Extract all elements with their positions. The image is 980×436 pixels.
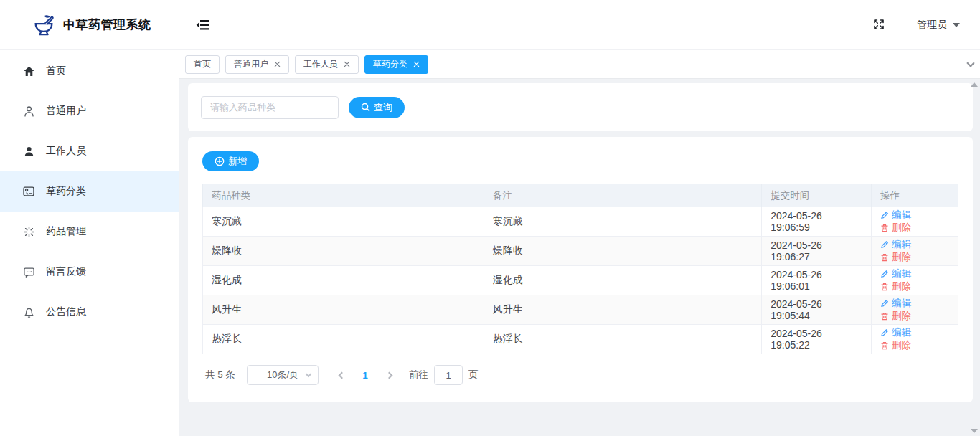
- next-page-button[interactable]: [379, 365, 399, 385]
- sparkle-icon: [22, 224, 36, 239]
- sidebar-item-feedback[interactable]: 留言反馈: [0, 252, 179, 292]
- cell-note: 寒沉藏: [484, 207, 762, 237]
- app-logo: 中草药管理系统: [0, 0, 179, 50]
- sidebar-item-label: 普通用户: [46, 105, 86, 118]
- page-number[interactable]: 1: [354, 370, 376, 381]
- app-title: 中草药管理系统: [63, 16, 151, 33]
- table-row: 湿化成 湿化成 2024-05-26 19:06:01 编辑 删除: [203, 266, 958, 295]
- herb-category-table: 药品种类 备注 提交时间 操作 寒沉藏 寒沉藏 2024-05-26 19:06…: [202, 184, 958, 354]
- sidebar-item-herb-category[interactable]: 草药分类: [0, 171, 179, 212]
- cell-actions: 编辑 删除: [871, 266, 958, 295]
- delete-button[interactable]: 删除: [880, 310, 911, 323]
- trash-icon: [880, 253, 889, 262]
- delete-button[interactable]: 删除: [880, 280, 911, 293]
- table-row: 寒沉藏 寒沉藏 2024-05-26 19:06:59 编辑 删除: [203, 207, 958, 237]
- top-header: 管理员: [179, 0, 980, 50]
- bell-icon: [22, 305, 36, 319]
- sidebar-item-home[interactable]: 首页: [0, 51, 179, 91]
- tab-herb-category[interactable]: 草药分类: [364, 55, 428, 74]
- cell-time: 2024-05-26 19:05:44: [762, 295, 872, 325]
- cell-time: 2024-05-26 19:06:59: [762, 207, 872, 237]
- tab-staff[interactable]: 工作人员: [295, 55, 359, 74]
- cell-time: 2024-05-26 19:06:27: [762, 237, 872, 266]
- column-header-type: 药品种类: [203, 184, 484, 207]
- cell-type: 寒沉藏: [203, 207, 484, 237]
- tab-label: 草药分类: [373, 58, 407, 70]
- tab-home[interactable]: 首页: [185, 55, 220, 74]
- page-content: 查询 新增 药品种类 备注 提交时间 操作: [179, 79, 980, 436]
- admin-dropdown[interactable]: 管理员: [917, 19, 960, 32]
- sidebar-menu: 首页 普通用户 工作人员 草药分类: [0, 50, 179, 332]
- cell-time: 2024-05-26 19:05:22: [762, 325, 872, 354]
- sidebar: 中草药管理系统 首页 普通用户 工作人员: [0, 0, 179, 436]
- user-filled-icon: [22, 144, 36, 158]
- sidebar-item-label: 首页: [46, 65, 66, 77]
- sidebar-item-label: 留言反馈: [46, 265, 86, 278]
- cell-type: 湿化成: [203, 266, 484, 295]
- sidebar-item-regular-users[interactable]: 普通用户: [0, 91, 179, 131]
- sidebar-item-announcements[interactable]: 公告信息: [0, 292, 179, 332]
- chevron-down-icon: [953, 23, 960, 27]
- topbar-right: 管理员: [872, 18, 960, 32]
- edit-button[interactable]: 编辑: [880, 297, 911, 310]
- total-count: 共 5 条: [205, 369, 235, 382]
- edit-button[interactable]: 编辑: [880, 238, 911, 251]
- cell-type: 风升生: [203, 295, 484, 325]
- delete-button[interactable]: 删除: [880, 339, 911, 352]
- cell-actions: 编辑 删除: [871, 325, 958, 354]
- chevron-right-icon: [385, 371, 392, 379]
- close-icon[interactable]: [413, 61, 420, 68]
- pencil-icon: [880, 240, 889, 249]
- page-unit-label: 页: [468, 369, 479, 382]
- search-icon: [361, 103, 370, 112]
- goto-label: 前往: [409, 369, 428, 382]
- plus-circle-icon: [215, 156, 225, 166]
- search-input[interactable]: [201, 96, 339, 119]
- prev-page-button[interactable]: [331, 365, 352, 385]
- scroll-up-icon[interactable]: [971, 82, 978, 87]
- sidebar-item-staff[interactable]: 工作人员: [0, 131, 179, 171]
- chevron-left-icon: [338, 371, 345, 379]
- delete-button[interactable]: 删除: [880, 251, 911, 264]
- tab-label: 首页: [194, 58, 211, 70]
- chevron-down-icon: [966, 59, 974, 67]
- pencil-icon: [880, 211, 889, 219]
- tab-label: 普通用户: [234, 58, 268, 70]
- cell-actions: 编辑 删除: [871, 207, 958, 237]
- edit-button[interactable]: 编辑: [880, 209, 911, 222]
- add-button[interactable]: 新增: [202, 151, 259, 171]
- close-icon[interactable]: [343, 61, 350, 68]
- fullscreen-icon[interactable]: [872, 18, 887, 32]
- trash-icon: [880, 312, 889, 321]
- edit-button[interactable]: 编辑: [880, 267, 911, 280]
- edit-button[interactable]: 编辑: [880, 326, 911, 339]
- cell-note: 燥降收: [484, 237, 762, 266]
- table-panel: 新增 药品种类 备注 提交时间 操作 寒沉藏: [188, 137, 973, 402]
- category-card-icon: [22, 184, 36, 199]
- trash-icon: [880, 341, 889, 350]
- sidebar-item-medicine-management[interactable]: 药品管理: [0, 212, 179, 252]
- main-area: 管理员 首页 普通用户 工作人员 草药分类: [179, 0, 980, 436]
- search-button[interactable]: 查询: [349, 97, 405, 118]
- user-outline-icon: [22, 104, 36, 118]
- page-scrollbar[interactable]: [969, 80, 980, 436]
- close-icon[interactable]: [273, 61, 281, 68]
- page-size-label: 10条/页: [267, 369, 298, 382]
- scroll-down-icon[interactable]: [971, 429, 978, 433]
- delete-button[interactable]: 删除: [880, 222, 911, 234]
- tabs-more-dropdown[interactable]: [968, 50, 974, 78]
- page-size-select[interactable]: 10条/页: [247, 365, 319, 385]
- cell-type: 热浮长: [203, 325, 484, 354]
- goto-page-input[interactable]: [434, 365, 463, 385]
- sidebar-fold-icon[interactable]: [195, 19, 211, 32]
- pencil-icon: [880, 299, 889, 308]
- table-row: 燥降收 燥降收 2024-05-26 19:06:27 编辑 删除: [203, 237, 958, 266]
- tab-regular-users[interactable]: 普通用户: [225, 55, 289, 74]
- tab-bar: 首页 普通用户 工作人员 草药分类: [179, 50, 980, 79]
- trash-icon: [880, 224, 889, 232]
- sidebar-item-label: 工作人员: [46, 145, 86, 158]
- sidebar-item-label: 公告信息: [46, 305, 86, 318]
- column-header-actions: 操作: [871, 184, 958, 207]
- table-header-row: 药品种类 备注 提交时间 操作: [203, 184, 958, 207]
- add-button-label: 新增: [228, 155, 247, 168]
